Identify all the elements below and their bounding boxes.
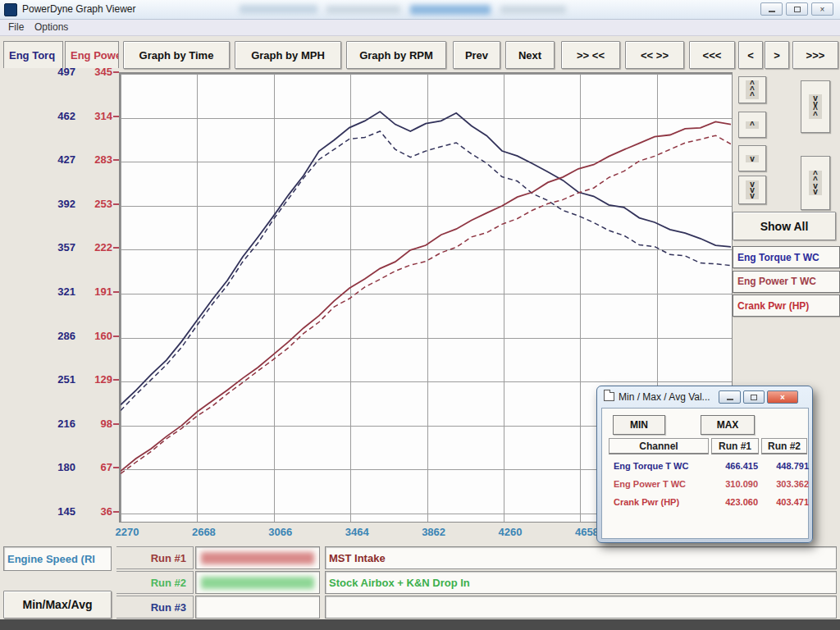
dialog-run2-value: 403.471 — [763, 497, 809, 507]
redacted-run-filename — [201, 552, 314, 564]
power-tick-mark — [113, 247, 119, 249]
power-tick-mark — [113, 336, 119, 337]
torque-tick-label: 357 — [25, 241, 75, 253]
run-description-2[interactable]: Stock Airbox + K&N Drop In — [325, 571, 837, 594]
min-max-avg-button[interactable]: Min/Max/Avg — [3, 591, 112, 619]
torque-tick-label: 462 — [25, 110, 75, 122]
dialog-title: Min / Max / Avg Val... — [619, 391, 710, 403]
triple-chevron-down-icon: vvv — [746, 180, 759, 199]
toolbar-button-graph-by-mph[interactable]: Graph by MPH — [235, 41, 341, 69]
min-max-avg-dialog: Min / Max / Avg Val... × MIN MAX Channel… — [596, 386, 813, 543]
scroll-up-fast-button[interactable]: ^^^ — [738, 76, 766, 103]
redacted-title-text — [240, 5, 317, 14]
power-tick-mark — [113, 467, 119, 468]
title-bar: PowerDyne Graph Viewer × — [0, 0, 840, 20]
toolbar-button-nav[interactable]: << >> — [625, 41, 684, 69]
tab-eng-pow[interactable]: Eng Powe — [65, 41, 119, 68]
menu-options[interactable]: Options — [34, 21, 68, 33]
menu-file[interactable]: File — [8, 21, 24, 33]
power-tick-label: 67 — [78, 461, 112, 473]
chevron-down-icon: v — [746, 155, 759, 162]
power-tick-mark — [113, 71, 119, 73]
chevron-up-icon: ^ — [746, 121, 759, 129]
maximize-icon — [794, 7, 801, 12]
app-icon — [4, 3, 17, 16]
scroll-up-button[interactable]: ^ — [738, 112, 766, 138]
legend-button-eng-power-t-wc[interactable]: Eng Power T WC — [733, 271, 840, 293]
close-button[interactable]: × — [811, 2, 833, 16]
dialog-channel-name: Crank Pwr (HP) — [614, 497, 679, 507]
min-button[interactable]: MIN — [613, 415, 665, 435]
window-title: PowerDyne Graph Viewer — [22, 3, 136, 15]
redacted-title-text-highlighted — [410, 5, 491, 15]
rpm-tick-label: 3862 — [408, 526, 460, 538]
close-icon: × — [820, 5, 825, 14]
scroll-down-fast-button[interactable]: vvv — [738, 176, 766, 204]
torque-tick-label: 216 — [25, 418, 75, 430]
menu-bar: File Options — [0, 20, 840, 36]
scroll-down-button[interactable]: v — [738, 145, 766, 171]
curve-eng-torque-t-wc-run-2 — [121, 131, 731, 411]
run-file-box-2[interactable] — [195, 571, 320, 594]
dialog-maximize-button[interactable] — [743, 390, 765, 404]
tab-eng-pow-label: Eng Powe — [71, 49, 119, 62]
tab-eng-torq-label: Eng Torq — [9, 49, 55, 62]
power-tick-label: 36 — [78, 505, 112, 518]
dialog-run2-value: 303.362 — [763, 479, 809, 489]
chevrons-outward-icon: ^^vv — [809, 171, 822, 195]
toolbar-button-graph-by-rpm[interactable]: Graph by RPM — [346, 41, 446, 69]
torque-tick-label: 321 — [25, 285, 75, 298]
toolbar-button-prev[interactable]: Prev — [453, 41, 500, 69]
power-tick-label: 283 — [78, 153, 112, 166]
run-file-box-1[interactable] — [195, 546, 320, 569]
power-tick-mark — [113, 423, 119, 425]
show-all-button[interactable]: Show All — [733, 212, 836, 240]
minimize-icon — [727, 398, 733, 400]
expand-scale-button[interactable]: ^^vv — [801, 156, 830, 210]
power-tick-mark — [113, 291, 119, 293]
toolbar-button-graph-by-time[interactable]: Graph by Time — [123, 41, 230, 69]
toolbar-button-next[interactable]: Next — [505, 41, 555, 69]
run-description-3[interactable] — [325, 596, 837, 619]
dialog-minimize-button[interactable] — [719, 390, 741, 404]
toolbar-button-nav[interactable]: <<< — [689, 41, 735, 69]
engine-speed-channel-box[interactable]: Engine Speed (RI — [3, 546, 112, 571]
maximize-icon — [751, 395, 757, 400]
torque-tick-label: 145 — [25, 505, 75, 518]
powerdyne-window: { "window": { "title": "PowerDyne Graph … — [0, 0, 840, 630]
close-icon: × — [780, 393, 785, 402]
dialog-run1-value: 310.090 — [705, 479, 758, 489]
max-button[interactable]: MAX — [701, 415, 755, 435]
rpm-tick-label: 3464 — [331, 526, 383, 538]
triple-chevron-up-icon: ^^^ — [746, 80, 759, 99]
toolbar-button-nav[interactable]: >>> — [792, 41, 838, 69]
power-tick-mark — [113, 203, 119, 205]
minimize-button[interactable] — [760, 2, 783, 16]
rpm-tick-label: 2270 — [101, 526, 153, 538]
toolbar-button-nav[interactable]: > — [765, 41, 789, 69]
maximize-button[interactable] — [786, 2, 808, 16]
minimize-icon — [769, 10, 775, 12]
legend-button-crank-pwr-hp[interactable]: Crank Pwr (HP) — [733, 294, 840, 317]
rpm-tick-label: 4260 — [484, 526, 536, 538]
legend-button-eng-torque-t-wc[interactable]: Eng Torque T WC — [733, 246, 840, 268]
tab-eng-torq[interactable]: Eng Torq — [3, 41, 63, 68]
torque-tick-label: 427 — [25, 153, 75, 166]
window-bottom-edge — [0, 619, 840, 630]
chevrons-inward-icon: vv^^ — [809, 94, 822, 119]
channel-header: Channel — [609, 438, 709, 454]
power-tick-label: 98 — [78, 418, 112, 430]
power-tick-label: 314 — [78, 110, 112, 122]
run-description-1[interactable]: MST Intake — [325, 546, 837, 569]
redacted-title-text — [326, 6, 400, 14]
power-tick-mark — [113, 511, 119, 513]
power-tick-mark — [113, 116, 119, 117]
toolbar-button-nav[interactable]: < — [738, 41, 763, 69]
redacted-run-filename — [201, 577, 314, 589]
dialog-close-button[interactable]: × — [767, 390, 798, 404]
toolbar-button-nav[interactable]: >> << — [561, 41, 620, 69]
dialog-run1-value: 466.415 — [705, 461, 758, 471]
dialog-run2-value: 448.791 — [763, 461, 809, 471]
collapse-scale-button[interactable]: vv^^ — [801, 80, 830, 133]
run-file-box-3[interactable] — [195, 596, 320, 619]
